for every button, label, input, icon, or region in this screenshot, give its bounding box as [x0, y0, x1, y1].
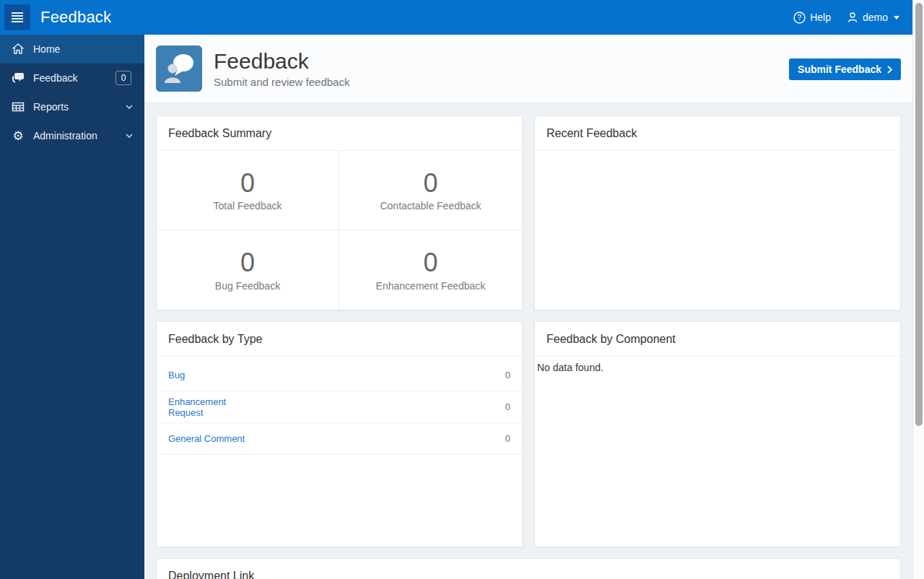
page-header: Feedback Submit and review feedback Subm… [144, 35, 912, 103]
help-label: Help [810, 12, 831, 23]
type-value: 0 [505, 401, 510, 412]
chevron-down-icon [126, 105, 133, 109]
sidebar-item-label: Home [33, 43, 136, 55]
card-title: Feedback by Type [157, 322, 522, 357]
comments-icon [12, 71, 25, 84]
type-value: 0 [505, 370, 510, 380]
vertical-scrollbar[interactable] [912, 0, 924, 579]
recent-feedback-card: Recent Feedback [534, 116, 901, 310]
stat-value: 0 [423, 169, 437, 198]
help-icon: ? [793, 12, 806, 24]
type-row-bug: Bug 0 [157, 360, 522, 391]
stat-label: Contactable Feedback [380, 200, 481, 212]
type-link[interactable]: Enhancement Request [168, 396, 261, 418]
app-bar: Feedback ? Help demo [0, 0, 912, 35]
chevron-right-icon [887, 66, 892, 74]
home-icon [12, 43, 25, 56]
gear-icon: ⚙ [12, 129, 25, 142]
sidebar-item-administration[interactable]: ⚙ Administration [0, 121, 144, 150]
stat-label: Enhancement Feedback [376, 280, 486, 292]
stat-label: Bug Feedback [215, 280, 280, 292]
feedback-summary-card: Feedback Summary 0 Total Feedback 0 Cont… [156, 116, 523, 310]
dashboard-body: Feedback Summary 0 Total Feedback 0 Cont… [144, 103, 912, 579]
sidebar-item-home[interactable]: Home [0, 35, 144, 64]
svg-text:?: ? [798, 14, 802, 22]
sidebar: Home Feedback 0 Reports ⚙ Administration [0, 35, 144, 579]
stat-value: 0 [240, 169, 255, 198]
page-subtitle: Submit and review feedback [214, 76, 349, 88]
chevron-down-icon [126, 134, 133, 138]
submit-feedback-button[interactable]: Submit Feedback [789, 58, 901, 80]
sidebar-item-label: Administration [33, 130, 126, 142]
feedback-by-component-card: Feedback by Component No data found. [534, 321, 901, 547]
card-title: Deployment Link [157, 559, 900, 579]
no-data-message: No data found. [535, 357, 900, 378]
card-title: Feedback Summary [157, 116, 522, 151]
type-row-enhancement-request: Enhancement Request 0 [157, 391, 522, 423]
stat-enhancement-feedback: 0 Enhancement Feedback [339, 230, 522, 310]
type-row-general-comment: General Comment 0 [157, 423, 522, 455]
page-title: Feedback [214, 49, 349, 74]
card-title: Recent Feedback [535, 116, 900, 151]
stat-contactable-feedback: 0 Contactable Feedback [339, 151, 522, 230]
help-link[interactable]: ? Help [793, 12, 831, 24]
type-link[interactable]: Bug [168, 370, 261, 380]
scrollbar-thumb[interactable] [915, 3, 923, 426]
deployment-link-card: Deployment Link [156, 558, 901, 579]
feedback-by-type-card: Feedback by Type Bug 0 Enhancement Reque… [156, 321, 523, 547]
card-title: Feedback by Component [535, 322, 900, 357]
sidebar-item-reports[interactable]: Reports [0, 92, 144, 121]
report-grid-icon [12, 100, 25, 113]
type-link[interactable]: General Comment [168, 433, 261, 444]
stat-label: Total Feedback [214, 200, 282, 212]
sidebar-item-label: Reports [33, 101, 126, 113]
app-title: Feedback [40, 8, 111, 27]
type-value: 0 [505, 433, 510, 444]
nav-menu-toggle-button[interactable] [4, 4, 30, 30]
stat-bug-feedback: 0 Bug Feedback [157, 230, 339, 310]
stat-value: 0 [423, 248, 437, 277]
hamburger-icon [12, 12, 23, 14]
stat-value: 0 [240, 248, 255, 277]
feedback-app-icon [156, 45, 202, 92]
user-label: demo [863, 12, 888, 23]
feedback-count-badge: 0 [116, 71, 131, 85]
stat-total-feedback: 0 Total Feedback [157, 151, 339, 230]
user-icon [847, 12, 858, 23]
main-content: Feedback Submit and review feedback Subm… [144, 35, 912, 579]
caret-down-icon [894, 16, 899, 19]
sidebar-item-feedback[interactable]: Feedback 0 [0, 64, 144, 92]
sidebar-item-label: Feedback [33, 72, 116, 84]
user-menu[interactable]: demo [847, 12, 899, 23]
